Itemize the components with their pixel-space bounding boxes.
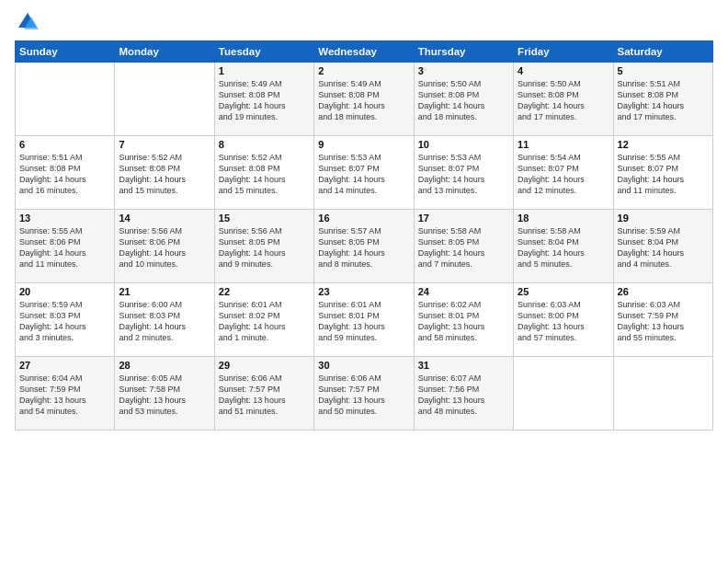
calendar-week-row: 27Sunrise: 6:04 AM Sunset: 7:59 PM Dayli… (16, 357, 713, 431)
day-number: 20 (19, 286, 110, 297)
cell-text: Sunrise: 5:52 AM Sunset: 8:08 PM Dayligh… (219, 152, 310, 197)
day-number: 24 (418, 286, 509, 297)
calendar-cell: 31Sunrise: 6:07 AM Sunset: 7:56 PM Dayli… (414, 357, 513, 431)
calendar-cell: 30Sunrise: 6:06 AM Sunset: 7:57 PM Dayli… (314, 357, 414, 431)
calendar-cell (16, 63, 115, 136)
calendar-cell: 26Sunrise: 6:03 AM Sunset: 7:59 PM Dayli… (613, 283, 712, 357)
calendar-cell: 3Sunrise: 5:50 AM Sunset: 8:08 PM Daylig… (414, 63, 513, 136)
calendar-cell: 4Sunrise: 5:50 AM Sunset: 8:08 PM Daylig… (514, 63, 613, 136)
calendar-table: SundayMondayTuesdayWednesdayThursdayFrid… (15, 40, 713, 431)
cell-text: Sunrise: 5:57 AM Sunset: 8:05 PM Dayligh… (318, 225, 409, 270)
calendar-cell (514, 357, 613, 431)
calendar-cell: 17Sunrise: 5:58 AM Sunset: 8:05 PM Dayli… (414, 210, 513, 283)
header (15, 9, 713, 35)
cell-text: Sunrise: 5:55 AM Sunset: 8:07 PM Dayligh… (618, 152, 709, 197)
cell-text: Sunrise: 6:06 AM Sunset: 7:57 PM Dayligh… (318, 373, 409, 418)
day-number: 15 (219, 213, 310, 224)
calendar-cell: 16Sunrise: 5:57 AM Sunset: 8:05 PM Dayli… (314, 210, 414, 283)
calendar-cell: 29Sunrise: 6:06 AM Sunset: 7:57 PM Dayli… (214, 357, 313, 431)
calendar-cell: 23Sunrise: 6:01 AM Sunset: 8:01 PM Dayli… (314, 283, 414, 357)
day-number: 26 (618, 286, 709, 297)
weekday-header: Tuesday (214, 41, 313, 63)
calendar-cell: 14Sunrise: 5:56 AM Sunset: 8:06 PM Dayli… (115, 210, 214, 283)
calendar-cell: 1Sunrise: 5:49 AM Sunset: 8:08 PM Daylig… (214, 63, 313, 136)
day-number: 8 (219, 139, 310, 150)
logo (15, 9, 44, 35)
day-number: 12 (618, 139, 709, 150)
day-number: 30 (318, 360, 409, 371)
weekday-row: SundayMondayTuesdayWednesdayThursdayFrid… (16, 41, 713, 63)
calendar-cell: 13Sunrise: 5:55 AM Sunset: 8:06 PM Dayli… (16, 210, 115, 283)
calendar-header: SundayMondayTuesdayWednesdayThursdayFrid… (16, 41, 713, 63)
calendar-cell: 27Sunrise: 6:04 AM Sunset: 7:59 PM Dayli… (16, 357, 115, 431)
cell-text: Sunrise: 5:51 AM Sunset: 8:08 PM Dayligh… (19, 152, 110, 197)
cell-text: Sunrise: 5:59 AM Sunset: 8:03 PM Dayligh… (19, 299, 110, 344)
day-number: 22 (219, 286, 310, 297)
calendar-cell: 18Sunrise: 5:58 AM Sunset: 8:04 PM Dayli… (514, 210, 613, 283)
calendar-week-row: 13Sunrise: 5:55 AM Sunset: 8:06 PM Dayli… (16, 210, 713, 283)
cell-text: Sunrise: 6:00 AM Sunset: 8:03 PM Dayligh… (119, 299, 210, 344)
day-number: 17 (418, 213, 509, 224)
calendar-cell: 24Sunrise: 6:02 AM Sunset: 8:01 PM Dayli… (414, 283, 513, 357)
day-number: 23 (318, 286, 409, 297)
day-number: 18 (518, 213, 609, 224)
day-number: 27 (19, 360, 110, 371)
calendar-week-row: 20Sunrise: 5:59 AM Sunset: 8:03 PM Dayli… (16, 283, 713, 357)
cell-text: Sunrise: 5:59 AM Sunset: 8:04 PM Dayligh… (618, 225, 709, 270)
day-number: 3 (418, 65, 509, 76)
day-number: 10 (418, 139, 509, 150)
calendar-week-row: 1Sunrise: 5:49 AM Sunset: 8:08 PM Daylig… (16, 63, 713, 136)
calendar-cell: 2Sunrise: 5:49 AM Sunset: 8:08 PM Daylig… (314, 63, 414, 136)
day-number: 1 (219, 65, 310, 76)
day-number: 29 (219, 360, 310, 371)
calendar-cell: 20Sunrise: 5:59 AM Sunset: 8:03 PM Dayli… (16, 283, 115, 357)
weekday-header: Thursday (414, 41, 513, 63)
calendar-body: 1Sunrise: 5:49 AM Sunset: 8:08 PM Daylig… (16, 63, 713, 431)
calendar-cell (613, 357, 712, 431)
weekday-header: Saturday (613, 41, 712, 63)
calendar-cell: 12Sunrise: 5:55 AM Sunset: 8:07 PM Dayli… (613, 136, 712, 210)
weekday-header: Sunday (16, 41, 115, 63)
cell-text: Sunrise: 6:04 AM Sunset: 7:59 PM Dayligh… (19, 373, 110, 418)
day-number: 21 (119, 286, 210, 297)
day-number: 2 (318, 65, 409, 76)
weekday-header: Monday (115, 41, 214, 63)
cell-text: Sunrise: 5:56 AM Sunset: 8:06 PM Dayligh… (119, 225, 210, 270)
cell-text: Sunrise: 5:52 AM Sunset: 8:08 PM Dayligh… (119, 152, 210, 197)
cell-text: Sunrise: 5:49 AM Sunset: 8:08 PM Dayligh… (318, 78, 409, 123)
day-number: 19 (618, 213, 709, 224)
weekday-header: Friday (514, 41, 613, 63)
page: SundayMondayTuesdayWednesdayThursdayFrid… (0, 0, 728, 563)
calendar-cell: 6Sunrise: 5:51 AM Sunset: 8:08 PM Daylig… (16, 136, 115, 210)
day-number: 9 (318, 139, 409, 150)
calendar-cell: 21Sunrise: 6:00 AM Sunset: 8:03 PM Dayli… (115, 283, 214, 357)
calendar-cell: 22Sunrise: 6:01 AM Sunset: 8:02 PM Dayli… (214, 283, 313, 357)
cell-text: Sunrise: 5:58 AM Sunset: 8:04 PM Dayligh… (518, 225, 609, 270)
day-number: 25 (518, 286, 609, 297)
calendar-cell: 10Sunrise: 5:53 AM Sunset: 8:07 PM Dayli… (414, 136, 513, 210)
day-number: 14 (119, 213, 210, 224)
day-number: 5 (618, 65, 709, 76)
day-number: 7 (119, 139, 210, 150)
cell-text: Sunrise: 6:05 AM Sunset: 7:58 PM Dayligh… (119, 373, 210, 418)
weekday-header: Wednesday (314, 41, 414, 63)
cell-text: Sunrise: 5:50 AM Sunset: 8:08 PM Dayligh… (418, 78, 509, 123)
calendar-cell: 11Sunrise: 5:54 AM Sunset: 8:07 PM Dayli… (514, 136, 613, 210)
cell-text: Sunrise: 5:56 AM Sunset: 8:05 PM Dayligh… (219, 225, 310, 270)
day-number: 4 (518, 65, 609, 76)
cell-text: Sunrise: 5:58 AM Sunset: 8:05 PM Dayligh… (418, 225, 509, 270)
cell-text: Sunrise: 5:53 AM Sunset: 8:07 PM Dayligh… (318, 152, 409, 197)
cell-text: Sunrise: 5:54 AM Sunset: 8:07 PM Dayligh… (518, 152, 609, 197)
day-number: 6 (19, 139, 110, 150)
cell-text: Sunrise: 5:51 AM Sunset: 8:08 PM Dayligh… (618, 78, 709, 123)
cell-text: Sunrise: 5:55 AM Sunset: 8:06 PM Dayligh… (19, 225, 110, 270)
cell-text: Sunrise: 5:49 AM Sunset: 8:08 PM Dayligh… (219, 78, 310, 123)
calendar-cell: 28Sunrise: 6:05 AM Sunset: 7:58 PM Dayli… (115, 357, 214, 431)
calendar-cell: 25Sunrise: 6:03 AM Sunset: 8:00 PM Dayli… (514, 283, 613, 357)
logo-icon (15, 9, 40, 35)
day-number: 31 (418, 360, 509, 371)
calendar-cell: 7Sunrise: 5:52 AM Sunset: 8:08 PM Daylig… (115, 136, 214, 210)
day-number: 28 (119, 360, 210, 371)
cell-text: Sunrise: 6:01 AM Sunset: 8:02 PM Dayligh… (219, 299, 310, 344)
calendar-cell: 15Sunrise: 5:56 AM Sunset: 8:05 PM Dayli… (214, 210, 313, 283)
